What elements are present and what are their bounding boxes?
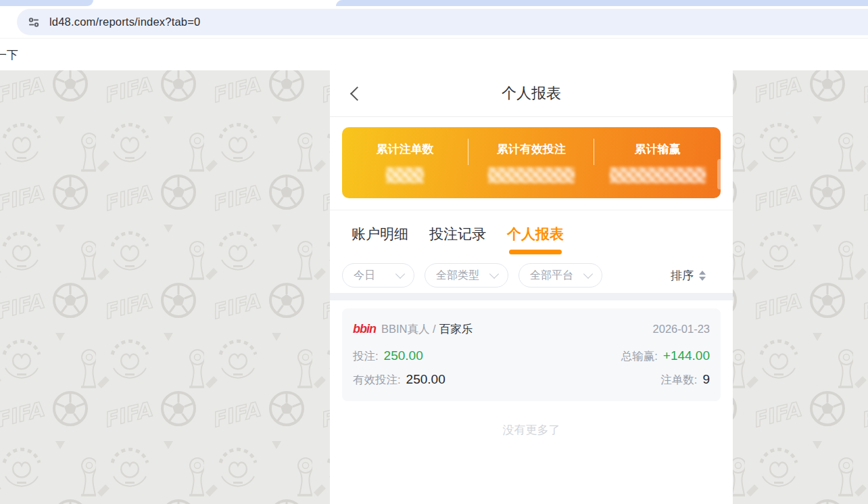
chevron-down-icon (583, 269, 593, 279)
sort-arrows-icon (699, 271, 706, 281)
valid-bet-value: 250.00 (406, 372, 445, 387)
tab-label: 个人报表 (507, 226, 564, 242)
stat-label: 累计输赢 (594, 141, 721, 157)
page-top-strip: 一下 (0, 39, 868, 70)
site-settings-icon[interactable] (28, 16, 40, 28)
active-tab-underline (509, 250, 562, 254)
page-snippet-text: 一下 (0, 47, 18, 63)
address-bar[interactable]: ld48.com/reports/index?tab=0 (17, 9, 868, 35)
tab-account-detail[interactable]: 账户明细 (352, 225, 408, 244)
chevron-down-icon (489, 269, 499, 279)
browser-tab-right[interactable] (336, 0, 868, 6)
sort-control[interactable]: 排序 (671, 268, 706, 283)
tab-bar: 账户明细 投注记录 个人报表 (330, 210, 733, 258)
stats-section: 累计注单数 累计有效投注 累计输赢 (330, 117, 733, 210)
filter-label: 今日 (354, 269, 375, 283)
stats-summary-card: 累计注单数 累计有效投注 累计输赢 (342, 127, 721, 198)
filter-label: 全部类型 (436, 269, 479, 283)
record-bet-row: 投注: 250.00 总输赢: +144.00 (353, 348, 710, 364)
bet-label: 投注: (353, 349, 379, 364)
record-provider: BBIN真人 / (381, 322, 436, 337)
record-date: 2026-01-23 (653, 323, 710, 336)
section-gap (330, 293, 733, 300)
stat-label: 累计注单数 (342, 141, 468, 157)
bet-value: 250.00 (384, 348, 423, 363)
browser-tab-left[interactable] (0, 0, 93, 6)
record-valid-row: 有效投注: 250.00 注单数: 9 (353, 372, 710, 388)
record-game: 百家乐 (439, 322, 473, 337)
filter-label: 全部平台 (530, 269, 573, 283)
report-record-card[interactable]: bbin BBIN真人 / 百家乐 2026-01-23 投注: 250.00 … (342, 308, 721, 401)
stat-value-masked (488, 167, 575, 183)
url-text[interactable]: ld48.com/reports/index?tab=0 (49, 16, 200, 28)
stat-label: 累计有效投注 (468, 141, 595, 157)
total-winloss-value: +144.00 (663, 348, 710, 363)
tab-bet-records[interactable]: 投注记录 (429, 225, 486, 244)
stat-value-masked (610, 167, 706, 183)
stat-valid-bets: 累计有效投注 (468, 127, 595, 198)
stat-win-loss: 累计输赢 (594, 127, 721, 198)
browser-tab-strip (0, 0, 868, 6)
back-chevron-icon (350, 87, 364, 101)
order-count-label: 注单数: (660, 373, 697, 388)
no-more-text: 没有更多了 (330, 422, 733, 438)
page-title: 个人报表 (330, 70, 733, 116)
filter-type-dropdown[interactable]: 全部类型 (425, 263, 508, 288)
tab-personal-report[interactable]: 个人报表 (507, 225, 564, 244)
chevron-down-icon (395, 269, 405, 279)
filter-platform-dropdown[interactable]: 全部平台 (519, 263, 602, 288)
card-edge-highlight (717, 159, 723, 189)
total-winloss-label: 总输赢: (621, 349, 658, 364)
panel-header: 个人报表 (330, 70, 733, 116)
filter-bar: 今日 全部类型 全部平台 排序 (330, 258, 733, 293)
back-button[interactable] (349, 87, 364, 101)
stat-value-masked (386, 167, 424, 183)
order-count-value: 9 (702, 372, 710, 387)
browser-toolbar: ld48.com/reports/index?tab=0 (0, 6, 868, 38)
record-header-row: bbin BBIN真人 / 百家乐 2026-01-23 (353, 322, 710, 337)
filter-date-dropdown[interactable]: 今日 (342, 263, 414, 288)
bbin-logo: bbin (353, 322, 376, 336)
valid-bet-label: 有效投注: (353, 373, 401, 388)
stat-total-orders: 累计注单数 (342, 127, 468, 198)
sort-label: 排序 (671, 268, 694, 283)
report-panel: 个人报表 累计注单数 累计有效投注 累计输赢 账户明细 投注记录 个人报 (330, 70, 733, 504)
